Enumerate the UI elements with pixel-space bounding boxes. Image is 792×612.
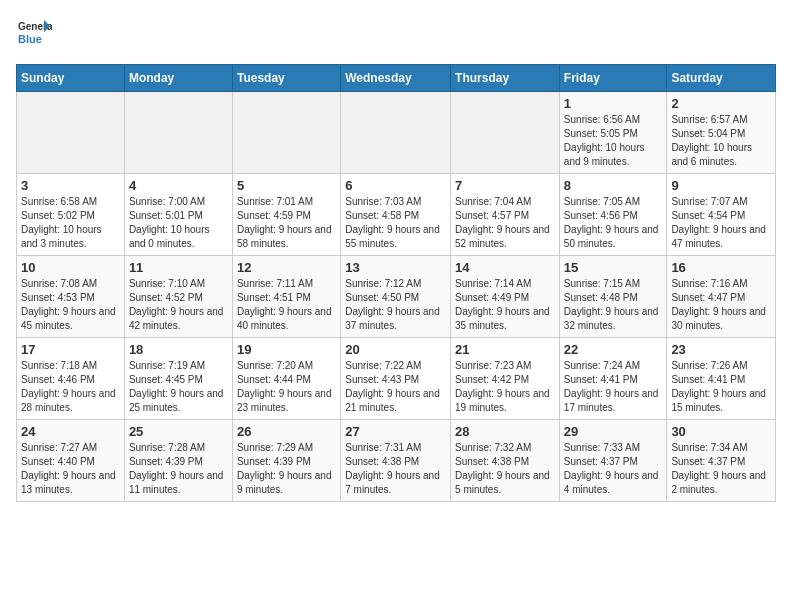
calendar-cell: 11Sunrise: 7:10 AM Sunset: 4:52 PM Dayli… (124, 256, 232, 338)
day-number: 30 (671, 424, 771, 439)
day-number: 27 (345, 424, 446, 439)
calendar-cell: 25Sunrise: 7:28 AM Sunset: 4:39 PM Dayli… (124, 420, 232, 502)
day-info: Sunrise: 7:33 AM Sunset: 4:37 PM Dayligh… (564, 441, 663, 497)
day-info: Sunrise: 7:00 AM Sunset: 5:01 PM Dayligh… (129, 195, 228, 251)
day-number: 4 (129, 178, 228, 193)
day-number: 26 (237, 424, 336, 439)
day-of-week-header: Thursday (451, 65, 560, 92)
svg-text:Blue: Blue (18, 33, 42, 45)
day-number: 18 (129, 342, 228, 357)
calendar-cell: 30Sunrise: 7:34 AM Sunset: 4:37 PM Dayli… (667, 420, 776, 502)
day-number: 8 (564, 178, 663, 193)
day-number: 14 (455, 260, 555, 275)
day-number: 2 (671, 96, 771, 111)
calendar-cell: 23Sunrise: 7:26 AM Sunset: 4:41 PM Dayli… (667, 338, 776, 420)
calendar-cell: 29Sunrise: 7:33 AM Sunset: 4:37 PM Dayli… (559, 420, 667, 502)
calendar-cell: 24Sunrise: 7:27 AM Sunset: 4:40 PM Dayli… (17, 420, 125, 502)
day-info: Sunrise: 7:23 AM Sunset: 4:42 PM Dayligh… (455, 359, 555, 415)
day-number: 11 (129, 260, 228, 275)
day-of-week-header: Tuesday (232, 65, 340, 92)
day-info: Sunrise: 7:31 AM Sunset: 4:38 PM Dayligh… (345, 441, 446, 497)
calendar-cell (451, 92, 560, 174)
day-of-week-header: Wednesday (341, 65, 451, 92)
day-of-week-header: Monday (124, 65, 232, 92)
day-info: Sunrise: 7:22 AM Sunset: 4:43 PM Dayligh… (345, 359, 446, 415)
day-number: 23 (671, 342, 771, 357)
day-of-week-header: Saturday (667, 65, 776, 92)
calendar-cell: 7Sunrise: 7:04 AM Sunset: 4:57 PM Daylig… (451, 174, 560, 256)
calendar-cell: 9Sunrise: 7:07 AM Sunset: 4:54 PM Daylig… (667, 174, 776, 256)
calendar-cell: 6Sunrise: 7:03 AM Sunset: 4:58 PM Daylig… (341, 174, 451, 256)
calendar-cell: 18Sunrise: 7:19 AM Sunset: 4:45 PM Dayli… (124, 338, 232, 420)
calendar-cell: 20Sunrise: 7:22 AM Sunset: 4:43 PM Dayli… (341, 338, 451, 420)
day-number: 13 (345, 260, 446, 275)
calendar-cell: 8Sunrise: 7:05 AM Sunset: 4:56 PM Daylig… (559, 174, 667, 256)
day-number: 17 (21, 342, 120, 357)
logo: General Blue (16, 16, 52, 52)
calendar-cell: 3Sunrise: 6:58 AM Sunset: 5:02 PM Daylig… (17, 174, 125, 256)
day-info: Sunrise: 7:03 AM Sunset: 4:58 PM Dayligh… (345, 195, 446, 251)
day-number: 7 (455, 178, 555, 193)
day-info: Sunrise: 7:26 AM Sunset: 4:41 PM Dayligh… (671, 359, 771, 415)
day-info: Sunrise: 7:29 AM Sunset: 4:39 PM Dayligh… (237, 441, 336, 497)
day-number: 6 (345, 178, 446, 193)
calendar-cell (232, 92, 340, 174)
day-info: Sunrise: 7:32 AM Sunset: 4:38 PM Dayligh… (455, 441, 555, 497)
day-info: Sunrise: 7:27 AM Sunset: 4:40 PM Dayligh… (21, 441, 120, 497)
calendar-cell: 22Sunrise: 7:24 AM Sunset: 4:41 PM Dayli… (559, 338, 667, 420)
day-info: Sunrise: 7:05 AM Sunset: 4:56 PM Dayligh… (564, 195, 663, 251)
day-info: Sunrise: 6:58 AM Sunset: 5:02 PM Dayligh… (21, 195, 120, 251)
day-number: 3 (21, 178, 120, 193)
day-info: Sunrise: 7:19 AM Sunset: 4:45 PM Dayligh… (129, 359, 228, 415)
calendar-cell: 17Sunrise: 7:18 AM Sunset: 4:46 PM Dayli… (17, 338, 125, 420)
day-info: Sunrise: 6:57 AM Sunset: 5:04 PM Dayligh… (671, 113, 771, 169)
calendar-cell (341, 92, 451, 174)
calendar-cell (17, 92, 125, 174)
calendar-cell: 28Sunrise: 7:32 AM Sunset: 4:38 PM Dayli… (451, 420, 560, 502)
day-info: Sunrise: 7:18 AM Sunset: 4:46 PM Dayligh… (21, 359, 120, 415)
calendar-cell: 14Sunrise: 7:14 AM Sunset: 4:49 PM Dayli… (451, 256, 560, 338)
day-info: Sunrise: 7:20 AM Sunset: 4:44 PM Dayligh… (237, 359, 336, 415)
day-number: 9 (671, 178, 771, 193)
day-info: Sunrise: 7:07 AM Sunset: 4:54 PM Dayligh… (671, 195, 771, 251)
calendar-cell (124, 92, 232, 174)
day-number: 16 (671, 260, 771, 275)
calendar-cell: 16Sunrise: 7:16 AM Sunset: 4:47 PM Dayli… (667, 256, 776, 338)
calendar-cell: 4Sunrise: 7:00 AM Sunset: 5:01 PM Daylig… (124, 174, 232, 256)
day-info: Sunrise: 7:12 AM Sunset: 4:50 PM Dayligh… (345, 277, 446, 333)
calendar-cell: 15Sunrise: 7:15 AM Sunset: 4:48 PM Dayli… (559, 256, 667, 338)
day-number: 1 (564, 96, 663, 111)
day-info: Sunrise: 7:10 AM Sunset: 4:52 PM Dayligh… (129, 277, 228, 333)
day-number: 21 (455, 342, 555, 357)
calendar-cell: 19Sunrise: 7:20 AM Sunset: 4:44 PM Dayli… (232, 338, 340, 420)
calendar-cell: 26Sunrise: 7:29 AM Sunset: 4:39 PM Dayli… (232, 420, 340, 502)
day-number: 28 (455, 424, 555, 439)
day-number: 5 (237, 178, 336, 193)
calendar-cell: 27Sunrise: 7:31 AM Sunset: 4:38 PM Dayli… (341, 420, 451, 502)
day-number: 24 (21, 424, 120, 439)
day-info: Sunrise: 7:14 AM Sunset: 4:49 PM Dayligh… (455, 277, 555, 333)
day-info: Sunrise: 7:01 AM Sunset: 4:59 PM Dayligh… (237, 195, 336, 251)
day-info: Sunrise: 6:56 AM Sunset: 5:05 PM Dayligh… (564, 113, 663, 169)
day-number: 10 (21, 260, 120, 275)
logo-icon: General Blue (16, 16, 52, 52)
day-of-week-header: Friday (559, 65, 667, 92)
calendar-cell: 12Sunrise: 7:11 AM Sunset: 4:51 PM Dayli… (232, 256, 340, 338)
day-info: Sunrise: 7:28 AM Sunset: 4:39 PM Dayligh… (129, 441, 228, 497)
day-number: 20 (345, 342, 446, 357)
day-number: 25 (129, 424, 228, 439)
day-info: Sunrise: 7:11 AM Sunset: 4:51 PM Dayligh… (237, 277, 336, 333)
day-number: 22 (564, 342, 663, 357)
day-info: Sunrise: 7:08 AM Sunset: 4:53 PM Dayligh… (21, 277, 120, 333)
calendar-cell: 21Sunrise: 7:23 AM Sunset: 4:42 PM Dayli… (451, 338, 560, 420)
calendar-cell: 10Sunrise: 7:08 AM Sunset: 4:53 PM Dayli… (17, 256, 125, 338)
day-info: Sunrise: 7:24 AM Sunset: 4:41 PM Dayligh… (564, 359, 663, 415)
day-info: Sunrise: 7:16 AM Sunset: 4:47 PM Dayligh… (671, 277, 771, 333)
day-number: 12 (237, 260, 336, 275)
day-number: 19 (237, 342, 336, 357)
day-of-week-header: Sunday (17, 65, 125, 92)
day-number: 29 (564, 424, 663, 439)
day-info: Sunrise: 7:15 AM Sunset: 4:48 PM Dayligh… (564, 277, 663, 333)
calendar-cell: 2Sunrise: 6:57 AM Sunset: 5:04 PM Daylig… (667, 92, 776, 174)
calendar-cell: 5Sunrise: 7:01 AM Sunset: 4:59 PM Daylig… (232, 174, 340, 256)
